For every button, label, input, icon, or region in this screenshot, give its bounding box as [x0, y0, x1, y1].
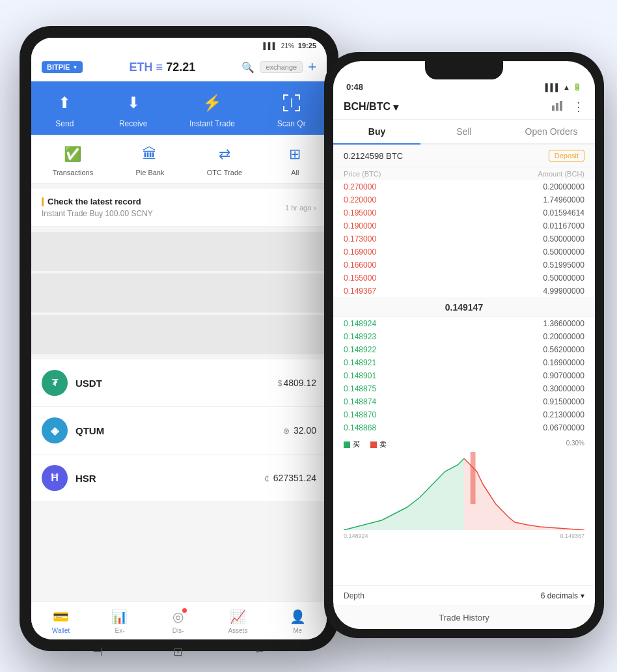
receive-action[interactable]: ⬇ Receive: [119, 91, 147, 128]
buy-price-2: 0.148923: [344, 332, 396, 341]
sell-amount-7: 0.51995000: [543, 260, 584, 270]
hsr-balance: ₵ 627351.24: [264, 473, 316, 483]
ob-row-sell-2[interactable]: 0.220000 1.74960000: [333, 193, 595, 206]
svg-marker-13: [464, 458, 584, 530]
buy-amount-3: 0.56200000: [543, 345, 584, 354]
coin-row-qtum[interactable]: ◈ QTUM ⊛ 32.00: [31, 407, 327, 455]
transactions-label: Transactions: [53, 169, 94, 176]
ob-row-sell-1[interactable]: 0.270000 0.20000000: [333, 180, 595, 193]
sell-price-8: 0.155000: [344, 273, 396, 283]
transactions-item[interactable]: ✅ Transactions: [53, 144, 94, 176]
hsr-logo: Ħ: [42, 465, 68, 491]
scan-action[interactable]: Scan Qr: [277, 91, 306, 128]
record-card[interactable]: Check the latest record Instant Trade Bu…: [31, 189, 327, 227]
depth-chart-icon[interactable]: [552, 100, 565, 114]
ios-wifi-icon: ▲: [563, 83, 570, 91]
hw-recent-btn[interactable]: ←: [254, 645, 266, 659]
ios-battery-icon: 🔋: [573, 83, 582, 91]
tab-buy[interactable]: Buy: [333, 120, 420, 145]
ob-row-sell-9[interactable]: 0.149367 4.99900000: [333, 285, 595, 298]
instant-trade-action[interactable]: ⚡ Instant Trade: [189, 91, 235, 128]
eth-amount: 72.21: [166, 61, 195, 74]
sell-price-3: 0.195000: [344, 208, 396, 217]
eth-balance-title: ETH ≡ 72.21: [88, 61, 236, 74]
nav-discover[interactable]: ◎ Dis-: [170, 608, 187, 634]
placeholder-row-2: [31, 273, 327, 313]
ob-row-buy-4[interactable]: 0.148921 0.16900000: [333, 356, 595, 369]
scan-label: Scan Qr: [277, 119, 306, 128]
more-icon[interactable]: ⋮: [573, 100, 584, 114]
bitpie-brand[interactable]: BITPIE: [42, 61, 83, 73]
usdt-balance: $4809.12: [278, 378, 316, 388]
placeholder-section: [31, 227, 327, 359]
otc-trade-item[interactable]: ⇄ OTC Trade: [207, 144, 242, 176]
ob-row-buy-7[interactable]: 0.148874 0.91500000: [333, 395, 595, 408]
buy-amount-5: 0.90700000: [543, 371, 584, 380]
sell-price-2: 0.220000: [344, 195, 396, 204]
buy-price-3: 0.148922: [344, 345, 396, 354]
ob-row-buy-3[interactable]: 0.148922 0.56200000: [333, 343, 595, 356]
exchange-button[interactable]: exchange: [260, 61, 303, 73]
ob-row-buy-2[interactable]: 0.148923 0.20000000: [333, 330, 595, 343]
iphone-phone: 0:48 ▌▌▌ ▲ 🔋 BCH/BTC ▾: [324, 52, 604, 638]
hw-home-btn[interactable]: ⊡: [173, 645, 183, 659]
sell-orders: 0.270000 0.20000000 0.220000 1.74960000 …: [333, 180, 595, 298]
buy-price-9: 0.148868: [344, 423, 396, 432]
buy-amount-2: 0.20000000: [543, 332, 584, 341]
usdt-currency-icon: $: [278, 379, 282, 388]
trading-pair[interactable]: BCH/BTC ▾: [344, 101, 398, 113]
sell-price-9: 0.149367: [344, 287, 396, 296]
send-action[interactable]: ⬆ Send: [52, 91, 77, 128]
ob-row-sell-8[interactable]: 0.155000 0.50000000: [333, 272, 595, 285]
hsr-currency-icon: ₵: [264, 474, 269, 483]
record-subtitle: Instant Trade Buy 100.00 SCNY: [42, 209, 153, 218]
sell-price-5: 0.173000: [344, 234, 396, 244]
buy-amount-6: 0.30000000: [543, 384, 584, 393]
ob-row-buy-1[interactable]: 0.148924 1.36600000: [333, 317, 595, 330]
deposit-button[interactable]: Deposit: [549, 150, 584, 161]
ob-row-buy-6[interactable]: 0.148875 0.30000000: [333, 382, 595, 395]
ob-row-sell-5[interactable]: 0.173000 0.50000000: [333, 232, 595, 245]
ob-row-sell-4[interactable]: 0.190000 0.01167000: [333, 219, 595, 232]
pie-bank-item[interactable]: 🏛 Pie Bank: [135, 144, 164, 176]
nav-me[interactable]: 👤 Me: [289, 608, 306, 634]
nav-exchange[interactable]: 📊 Ex-: [111, 608, 128, 634]
ob-row-buy-9[interactable]: 0.148868 0.06700000: [333, 421, 595, 434]
otc-trade-icon: ⇄: [214, 144, 235, 165]
trade-header: BCH/BTC ▾ ⋮: [333, 94, 595, 120]
orderbook-footer: Depth 6 decimals ▾: [333, 585, 595, 606]
ob-row-buy-8[interactable]: 0.148870 0.21300000: [333, 408, 595, 421]
tab-open-orders[interactable]: Open Orders: [508, 120, 595, 145]
discover-icon: ◎: [170, 608, 187, 625]
svg-rect-5: [283, 106, 284, 111]
sell-amount-1: 0.20000000: [543, 182, 584, 191]
wallet-label: Wallet: [52, 627, 70, 634]
sell-amount-3: 0.01594614: [543, 208, 584, 217]
coin-row-usdt[interactable]: ₮ USDT $4809.12: [31, 359, 327, 407]
android-screen: ▌▌▌ 21% 19:25 BITPIE ETH ≡ 72.21 🔍 excha…: [31, 38, 327, 639]
hw-back-btn[interactable]: ⊣: [92, 645, 103, 659]
decimals-selector[interactable]: 6 decimals ▾: [541, 591, 584, 600]
depth-chart-area: 买 卖 0.30%: [333, 434, 595, 585]
coin-row-hsr[interactable]: Ħ HSR ₵ 627351.24: [31, 455, 327, 502]
search-button[interactable]: 🔍: [241, 61, 254, 74]
add-button[interactable]: +: [308, 59, 316, 76]
pie-bank-icon: 🏛: [139, 144, 160, 165]
trade-history-tab[interactable]: Trade History: [333, 606, 595, 629]
all-item[interactable]: ⊞ All: [284, 144, 305, 176]
nav-wallet[interactable]: 💳 Wallet: [52, 608, 70, 634]
ob-row-sell-7[interactable]: 0.166000 0.51995000: [333, 259, 595, 272]
pie-bank-label: Pie Bank: [135, 169, 164, 176]
nav-assets[interactable]: 📈 Assets: [228, 608, 247, 634]
qtum-balance: ⊛ 32.00: [283, 425, 316, 436]
svg-rect-1: [283, 94, 284, 100]
ob-row-buy-5[interactable]: 0.148901 0.90700000: [333, 369, 595, 382]
buy-price-4: 0.148921: [344, 358, 396, 367]
buy-price-6: 0.148875: [344, 384, 396, 393]
tab-sell[interactable]: Sell: [420, 120, 508, 145]
ob-row-sell-3[interactable]: 0.195000 0.01594614: [333, 206, 595, 219]
sell-amount-6: 0.50000000: [543, 247, 584, 257]
amount-col-header: Amount (BCH): [538, 170, 584, 178]
svg-rect-7: [299, 106, 300, 111]
ob-row-sell-6[interactable]: 0.169000 0.50000000: [333, 245, 595, 259]
